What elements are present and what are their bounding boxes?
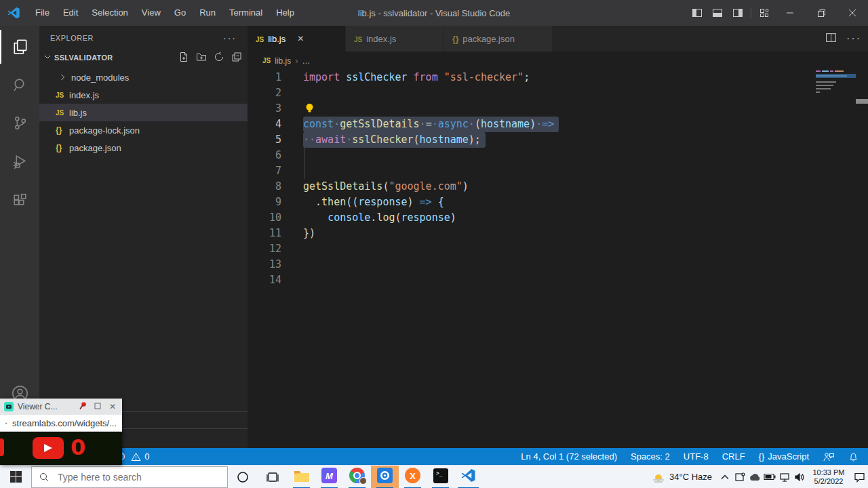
menu-view[interactable]: View	[135, 0, 167, 26]
cortana-icon[interactable]	[228, 466, 258, 488]
minimap[interactable]	[816, 70, 856, 111]
vscode-titlebar: FileEditSelectionViewGoRunTerminalHelp l…	[0, 0, 868, 26]
code-line-5[interactable]: 5··await·sslChecker(hostname);	[248, 132, 858, 148]
code-line-12[interactable]: 12	[248, 241, 858, 257]
menu-selection[interactable]: Selection	[85, 0, 134, 26]
code-line-7[interactable]: 7	[248, 163, 858, 179]
menu-run[interactable]: Run	[193, 0, 222, 26]
battery-icon[interactable]	[762, 466, 777, 488]
line-number: 14	[248, 272, 281, 288]
taskbar-app-file-explorer[interactable]	[288, 466, 315, 488]
taskbar-app-visual-studio-code[interactable]	[454, 466, 482, 488]
explorer-icon[interactable]	[0, 30, 39, 64]
close-window-button[interactable]	[837, 0, 868, 26]
explorer-more-actions-icon[interactable]: ···	[223, 33, 237, 43]
menu-help[interactable]: Help	[269, 0, 301, 26]
search-icon[interactable]	[0, 68, 39, 102]
viewer-count-popup-window[interactable]: Viewer C... ✕ streamlabs.com/widgets/...…	[0, 399, 122, 465]
project-section-header[interactable]: SSLVALIDATOR	[39, 49, 248, 66]
cursor-position[interactable]: Ln 4, Col 1 (72 selected)	[521, 451, 617, 462]
editor-more-actions-icon[interactable]: ···	[846, 33, 861, 45]
source-control-icon[interactable]	[0, 106, 39, 140]
tab-index.js[interactable]: JSindex.js	[346, 26, 444, 52]
code-line-3[interactable]: 3	[248, 101, 858, 117]
taskbar-search-box[interactable]	[31, 466, 228, 488]
menu-go[interactable]: Go	[167, 0, 193, 26]
code-line-8[interactable]: 8getSslDetails("google.com")	[248, 179, 858, 195]
file-label: node_modules	[71, 73, 129, 83]
language-mode[interactable]: {} JavaScript	[759, 451, 809, 462]
breadcrumb-symbol[interactable]: …	[302, 56, 311, 66]
task-view-icon[interactable]	[258, 466, 288, 488]
code-editor[interactable]: 1import sslChecker from "ssl-checker";23…	[248, 70, 858, 288]
extensions-icon[interactable]	[0, 184, 39, 218]
eol-setting[interactable]: CRLF	[722, 451, 745, 462]
restore-button[interactable]	[806, 0, 837, 26]
app-window-tray-icon[interactable]	[732, 466, 747, 488]
collapse-folders-icon[interactable]	[231, 52, 242, 64]
search-input[interactable]	[56, 471, 212, 483]
breadcrumb-file[interactable]: lib.js	[275, 56, 291, 66]
indentation-setting[interactable]: Spaces: 2	[631, 451, 670, 462]
file-label: lib.js	[69, 108, 87, 118]
popup-titlebar[interactable]: Viewer C... ✕	[0, 399, 122, 415]
feedback-icon[interactable]	[823, 451, 835, 462]
menu-terminal[interactable]: Terminal	[222, 0, 269, 26]
taskbar-app-streamlabs[interactable]	[371, 466, 399, 488]
new-file-icon[interactable]	[178, 52, 189, 64]
code-line-4[interactable]: 4const·getSslDetails·=·async·(hostname)·…	[248, 117, 858, 132]
file-index.js[interactable]: JSindex.js	[39, 86, 248, 104]
taskbar-app-xampp[interactable]: X	[399, 466, 427, 488]
taskbar-clock[interactable]: 10:33 PM 5/2/2022	[807, 468, 850, 486]
code-line-1[interactable]: 1import sslChecker from "ssl-checker";	[248, 70, 858, 85]
code-line-6[interactable]: 6	[248, 148, 858, 163]
tab-lib.js[interactable]: JSlib.js✕	[248, 26, 346, 52]
popup-url[interactable]: streamlabs.com/widgets/...	[12, 418, 117, 428]
popup-address-bar[interactable]: streamlabs.com/widgets/...	[0, 415, 122, 432]
show-hidden-icons-chevron[interactable]	[717, 466, 732, 488]
new-folder-icon[interactable]	[196, 52, 207, 64]
code-line-2[interactable]: 2	[248, 85, 858, 101]
file-node_modules[interactable]: node_modules	[39, 68, 248, 86]
customize-layout-icon[interactable]	[754, 0, 774, 26]
viewer-count: 0	[71, 434, 85, 460]
code-line-13[interactable]: 13	[248, 257, 858, 272]
line-number: 6	[248, 148, 281, 163]
run-and-debug-icon[interactable]	[0, 144, 39, 178]
editor-group[interactable]: JSlib.js✕JSindex.js{}package.json ··· JS…	[248, 26, 868, 448]
code-line-9[interactable]: 9 .then((response) => {	[248, 195, 858, 210]
file-package.json[interactable]: {}package.json	[39, 139, 248, 157]
taskbar-app-medal[interactable]: M	[315, 466, 343, 488]
weather-widget[interactable]: 34°C Haze	[652, 471, 717, 483]
network-icon[interactable]	[777, 466, 792, 488]
file-lib.js[interactable]: JSlib.js	[39, 104, 248, 121]
pin-icon[interactable]	[77, 401, 88, 412]
volume-icon[interactable]	[792, 466, 807, 488]
split-editor-icon[interactable]	[825, 32, 837, 46]
menu-file[interactable]: File	[28, 0, 56, 26]
taskbar-app-chrome[interactable]	[343, 466, 371, 488]
encoding-setting[interactable]: UTF-8	[684, 451, 709, 462]
taskbar-app-command-prompt[interactable]: >_	[427, 466, 454, 488]
toggle-sidebar-icon[interactable]	[687, 0, 707, 26]
refresh-explorer-icon[interactable]	[214, 52, 224, 64]
file-package-lock.json[interactable]: {}package-lock.json	[39, 121, 248, 139]
chevron-down-icon	[42, 52, 53, 64]
tab-package.json[interactable]: {}package.json	[444, 26, 553, 52]
popup-restore-icon[interactable]	[92, 402, 103, 411]
popup-close-icon[interactable]: ✕	[107, 402, 118, 411]
toggle-secondary-sidebar-icon[interactable]	[728, 0, 748, 26]
code-line-10[interactable]: 10 console.log(response)	[248, 210, 858, 226]
minimize-button[interactable]	[774, 0, 806, 26]
code-line-14[interactable]: 14	[248, 272, 858, 288]
code-line-11[interactable]: 11})	[248, 226, 858, 241]
js-file-icon: JS	[256, 36, 264, 43]
menu-edit[interactable]: Edit	[56, 0, 85, 26]
close-tab-icon[interactable]: ✕	[295, 34, 306, 43]
notifications-bell-icon[interactable]	[848, 451, 859, 462]
action-center-icon[interactable]	[850, 466, 868, 488]
breadcrumb[interactable]: JS lib.js › …	[248, 52, 868, 70]
toggle-panel-icon[interactable]	[707, 0, 728, 26]
start-button[interactable]	[0, 466, 31, 488]
onedrive-cloud-icon[interactable]	[747, 466, 762, 488]
